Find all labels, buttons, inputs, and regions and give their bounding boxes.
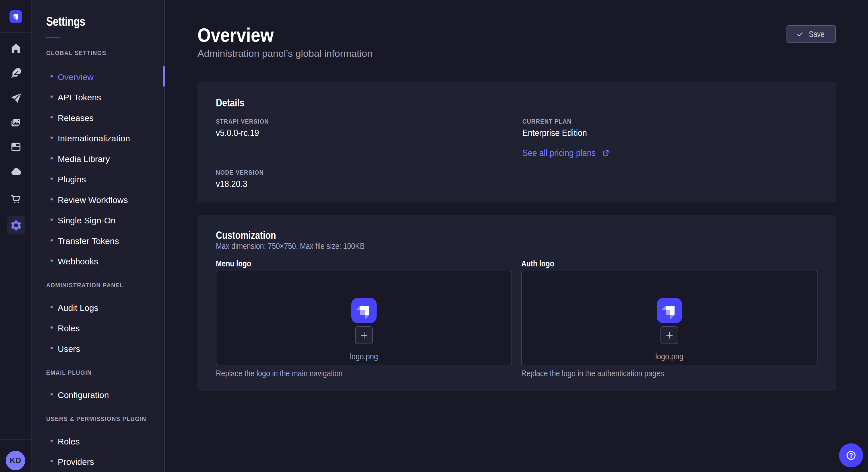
- strapi-version-value: v5.0.0-rc.19: [216, 127, 478, 139]
- sidebar-item-label: Review Workflows: [58, 195, 128, 205]
- sidebar-item-label: Single Sign-On: [58, 216, 116, 225]
- nav-settings-button[interactable]: [7, 216, 25, 235]
- pricing-plans-link-label: See all pricing plans: [522, 146, 588, 159]
- help-button[interactable]: [839, 443, 863, 467]
- customization-subheading: Max dimension: 750×750, Max file size: 1…: [216, 240, 715, 252]
- sidebar-item-label: Plugins: [58, 175, 86, 184]
- menu-logo-hint: Replace the logo in the main navigation: [216, 368, 465, 379]
- bullet-icon: [51, 218, 53, 221]
- bullet-icon: [51, 260, 53, 262]
- bullet-icon: [51, 440, 53, 442]
- sidebar-item-label: API Tokens: [58, 93, 101, 102]
- nav-releases-button[interactable]: [9, 92, 22, 104]
- pricing-plans-link[interactable]: See all pricing plans: [522, 146, 817, 159]
- strapi-logo[interactable]: [9, 10, 22, 23]
- sidebar-item-label: Media Library: [58, 154, 110, 164]
- nav-content-button[interactable]: [9, 67, 22, 79]
- active-item-indicator: [163, 66, 165, 87]
- sidebar-item-label: Webhooks: [58, 257, 98, 266]
- page-subtitle: Administration panel’s global informatio…: [197, 47, 836, 59]
- sidebar-item-label: Internationalization: [58, 134, 130, 143]
- nav-home-button[interactable]: [9, 42, 22, 55]
- bullet-icon: [51, 460, 53, 462]
- menu-logo-filename: logo.png: [239, 351, 489, 362]
- sidebar-item-label: Users: [58, 344, 80, 354]
- nav-marketplace-button[interactable]: [9, 193, 22, 205]
- bullet-icon: [51, 347, 53, 349]
- bullet-icon: [51, 75, 53, 77]
- current-plan-value: Enterprise Edition: [522, 127, 785, 139]
- auth-logo-label: Auth logo: [521, 258, 764, 269]
- section-global-settings: GLOBAL SETTINGS: [46, 49, 153, 57]
- sidebar-item-media-library[interactable]: Media Library: [32, 148, 164, 169]
- auth-logo-hint: Replace the logo in the authentication p…: [521, 368, 770, 379]
- bullet-icon: [51, 177, 53, 180]
- bullet-icon: [51, 157, 53, 160]
- auth-logo-dropzone[interactable]: logo.png: [521, 271, 817, 365]
- sidebar-item-webhooks[interactable]: Webhooks: [32, 250, 164, 271]
- nav-plugins-button[interactable]: [9, 140, 22, 153]
- auth-logo-filename: logo.png: [544, 351, 795, 362]
- auth-logo-add-button[interactable]: [660, 326, 678, 344]
- sidebar-item-api-tokens[interactable]: API Tokens: [32, 87, 164, 107]
- sidebar-item-single-sign-on[interactable]: Single Sign-On: [32, 210, 164, 230]
- sidebar-item-up-roles[interactable]: Roles: [32, 430, 164, 451]
- details-heading: Details: [216, 97, 724, 109]
- rail-divider-bottom: [0, 439, 31, 440]
- sidebar-item-label: Roles: [58, 324, 80, 333]
- sidebar-item-internationalization[interactable]: Internationalization: [32, 128, 164, 148]
- sidebar-item-review-workflows[interactable]: Review Workflows: [32, 189, 164, 210]
- node-version-value: v18.20.3: [216, 177, 478, 190]
- avatar[interactable]: KD: [6, 451, 25, 470]
- nav-media-button[interactable]: [9, 116, 22, 129]
- sidebar-item-plugins[interactable]: Plugins: [32, 169, 164, 189]
- sidebar-item-overview[interactable]: Overview: [32, 66, 164, 87]
- main-nav-rail: KD: [0, 0, 32, 472]
- menu-logo-preview: [351, 298, 377, 323]
- customization-card: Customization Max dimension: 750×750, Ma…: [197, 215, 836, 391]
- auth-logo-preview: [657, 298, 682, 323]
- sidebar-item-label: Overview: [58, 72, 94, 82]
- sidebar-item-label: Roles: [58, 437, 80, 446]
- save-button-label: Save: [809, 30, 825, 39]
- bullet-icon: [51, 96, 53, 98]
- sidebar-item-admin-roles[interactable]: Roles: [32, 317, 164, 338]
- rail-divider-top: [0, 32, 31, 33]
- page-header: Overview Administration panel’s global i…: [165, 0, 868, 59]
- sidebar-item-label: Transfer Tokens: [58, 236, 119, 246]
- bullet-icon: [51, 239, 53, 241]
- details-card: Details STRAPI VERSION v5.0.0-rc.19 NODE…: [197, 82, 836, 202]
- bullet-icon: [51, 306, 53, 308]
- sidebar-item-configuration[interactable]: Configuration: [32, 384, 164, 405]
- bullet-icon: [51, 326, 53, 329]
- customization-heading: Customization: [216, 229, 724, 242]
- nav-cloud-button[interactable]: [9, 165, 22, 178]
- sidebar-item-label: Providers: [58, 457, 94, 467]
- settings-subnav: Settings GLOBAL SETTINGS Overview API To…: [32, 0, 165, 472]
- bullet-icon: [51, 393, 53, 396]
- bullet-icon: [51, 198, 53, 200]
- save-button[interactable]: Save: [786, 25, 836, 43]
- bullet-icon: [51, 116, 53, 119]
- sidebar-item-label: Releases: [58, 113, 94, 123]
- menu-logo-label: Menu logo: [216, 258, 459, 269]
- sidebar-item-label: Configuration: [58, 390, 109, 400]
- main-content: Overview Administration panel’s global i…: [165, 0, 868, 472]
- sidebar-item-label: Audit Logs: [58, 303, 98, 313]
- sidebar-item-audit-logs[interactable]: Audit Logs: [32, 297, 164, 317]
- sidebar-item-transfer-tokens[interactable]: Transfer Tokens: [32, 230, 164, 250]
- sidebar-item-providers[interactable]: Providers: [32, 451, 164, 472]
- menu-logo-dropzone[interactable]: logo.png: [216, 271, 512, 365]
- bullet-icon: [51, 136, 53, 139]
- subnav-title: Settings: [46, 13, 141, 30]
- strapi-version-label: STRAPI VERSION: [216, 117, 482, 126]
- section-administration-panel: ADMINISTRATION PANEL: [46, 281, 153, 289]
- subnav-divider: [46, 37, 60, 38]
- node-version-label: NODE VERSION: [216, 169, 482, 177]
- page-title: Overview: [197, 22, 750, 49]
- section-users-permissions-plugin: USERS & PERMISSIONS PLUGIN: [46, 415, 153, 423]
- sidebar-item-releases[interactable]: Releases: [32, 107, 164, 128]
- menu-logo-add-button[interactable]: [355, 326, 373, 344]
- current-plan-label: CURRENT PLAN: [522, 117, 788, 126]
- sidebar-item-users[interactable]: Users: [32, 338, 164, 359]
